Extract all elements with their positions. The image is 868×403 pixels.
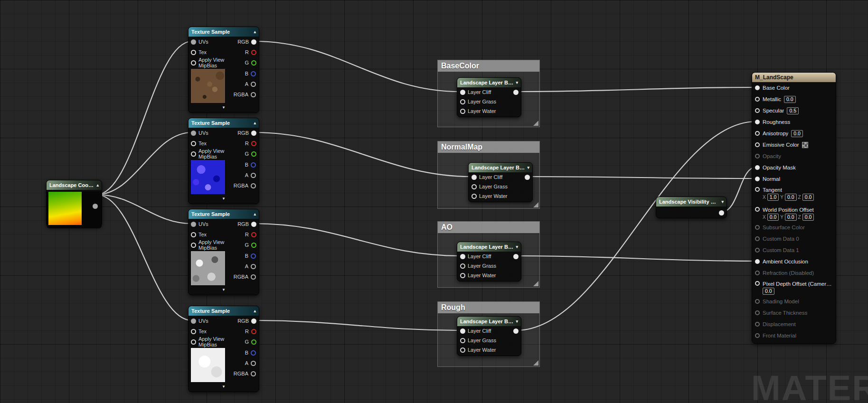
b-output-pin[interactable] — [251, 253, 256, 259]
dropdown-icon[interactable]: ▾ — [516, 81, 518, 85]
resize-handle[interactable] — [533, 360, 538, 366]
texture-preview[interactable] — [190, 159, 226, 195]
layer-water-input-pin[interactable] — [472, 194, 477, 199]
uvs-input-pin[interactable] — [191, 319, 196, 324]
normal-pin[interactable] — [755, 177, 760, 181]
opacity-pin[interactable] — [755, 154, 760, 159]
dropdown-icon[interactable]: ▾ — [527, 166, 529, 170]
landscape-visibility-mask-node[interactable]: Landscape Visibility Mask ▾ — [656, 197, 727, 218]
ambient-occlusion-pin[interactable] — [755, 259, 760, 264]
visibility-mask-header[interactable]: Landscape Visibility Mask ▾ — [656, 197, 726, 206]
tangent-y-input[interactable]: 0.0 — [785, 194, 797, 201]
visibility-mask-output-pin[interactable] — [719, 210, 724, 216]
texture-preview[interactable] — [190, 347, 226, 383]
blend-output-pin[interactable] — [513, 90, 519, 95]
rgba-output-pin[interactable] — [251, 92, 256, 97]
anisotropy-value-input[interactable]: 0.0 — [791, 130, 803, 137]
layer-blend-node-rough[interactable]: Landscape Layer Blend ▾ Layer Cliff Laye… — [457, 316, 521, 356]
g-output-pin[interactable] — [251, 243, 256, 248]
texture-sample-node-1[interactable]: Texture Sample ▴ UVs RGB Tex R Apply Vie… — [188, 27, 259, 113]
tex-input-pin[interactable] — [191, 141, 196, 146]
refraction-pin[interactable] — [755, 271, 760, 275]
layer-blend-node-basecolor[interactable]: Landscape Layer Blend ▾ Layer Cliff Laye… — [457, 77, 521, 117]
collapse-icon[interactable]: ▴ — [254, 212, 256, 216]
a-output-pin[interactable] — [251, 361, 256, 366]
wire-coords-to-ts3[interactable] — [96, 195, 192, 224]
wire-blend-to-basecolor[interactable] — [517, 87, 756, 92]
layer-grass-input-pin[interactable] — [472, 184, 477, 189]
mipbias-input-pin[interactable] — [191, 339, 196, 345]
rgb-output-pin[interactable] — [251, 319, 256, 324]
anisotropy-pin[interactable] — [755, 131, 760, 136]
wire-coords-to-ts1[interactable] — [96, 41, 192, 195]
texture-sample-header[interactable]: Texture Sample ▴ — [189, 209, 259, 219]
mipbias-input-pin[interactable] — [191, 151, 196, 157]
comment-normalmap-header[interactable]: NormalMap — [438, 141, 539, 153]
tangent-x-input[interactable]: 1.0 — [767, 194, 779, 201]
layer-grass-input-pin[interactable] — [460, 99, 465, 104]
metallic-pin[interactable] — [755, 97, 760, 102]
wire-blend-to-roughness[interactable] — [517, 122, 756, 330]
layer-cliff-input-pin[interactable] — [460, 90, 465, 95]
layer-water-input-pin[interactable] — [460, 273, 465, 278]
material-result-node[interactable]: M_LandScape Base Color Metallic 0.0 Spec… — [752, 72, 836, 344]
texture-sample-node-3[interactable]: Texture Sample ▴ UVs RGB Tex R Apply Vie… — [188, 209, 259, 295]
a-output-pin[interactable] — [251, 82, 256, 87]
layer-blend-node-ao[interactable]: Landscape Layer Blend ▾ Layer Cliff Laye… — [457, 242, 521, 281]
layer-blend-header[interactable]: Landscape Layer Blend ▾ — [457, 242, 521, 252]
tangent-z-input[interactable]: 0.0 — [802, 194, 814, 201]
blend-output-pin[interactable] — [513, 328, 519, 334]
pixel-depth-offset-value-input[interactable]: 0.0 — [763, 288, 774, 295]
blend-output-pin[interactable] — [513, 254, 519, 259]
blend-output-pin[interactable] — [525, 175, 530, 180]
coords-preview[interactable] — [48, 191, 82, 225]
r-output-pin[interactable] — [251, 141, 256, 146]
uvs-input-pin[interactable] — [191, 222, 196, 227]
displacement-pin[interactable] — [755, 322, 760, 327]
tex-input-pin[interactable] — [191, 329, 196, 334]
roughness-pin[interactable] — [755, 120, 760, 124]
collapse-icon[interactable]: ▴ — [96, 183, 99, 187]
layer-grass-input-pin[interactable] — [460, 263, 465, 269]
b-output-pin[interactable] — [251, 71, 256, 76]
collapse-icon[interactable]: ▴ — [254, 309, 256, 313]
comment-basecolor-header[interactable]: BaseColor — [438, 60, 539, 72]
collapse-icon[interactable]: ▴ — [254, 30, 256, 34]
collapse-icon[interactable]: ▴ — [254, 121, 256, 125]
comment-rough-header[interactable]: Rough — [438, 302, 539, 313]
rgb-output-pin[interactable] — [251, 39, 256, 45]
subsurface-color-pin[interactable] — [755, 225, 760, 230]
mipbias-input-pin[interactable] — [191, 243, 196, 248]
layer-water-input-pin[interactable] — [460, 347, 465, 353]
comment-ao-header[interactable]: AO — [438, 222, 539, 233]
opacity-mask-pin[interactable] — [755, 165, 760, 170]
surface-thickness-pin[interactable] — [755, 310, 760, 315]
coords-output-pin[interactable] — [93, 204, 98, 209]
layer-cliff-input-pin[interactable] — [460, 254, 465, 259]
texture-sample-header[interactable]: Texture Sample ▴ — [189, 306, 259, 316]
custom-data-0-pin[interactable] — [755, 236, 760, 241]
g-output-pin[interactable] — [251, 60, 256, 66]
resize-handle[interactable] — [533, 121, 538, 126]
a-output-pin[interactable] — [251, 173, 256, 178]
specular-value-input[interactable]: 0.5 — [787, 107, 799, 114]
landscape-coords-header[interactable]: Landscape Coords ▴ — [47, 180, 102, 190]
layer-blend-node-normalmap[interactable]: Landscape Layer Blend ▾ Layer Cliff Laye… — [468, 162, 533, 202]
mipbias-input-pin[interactable] — [191, 60, 196, 66]
wire-blend-to-normal[interactable] — [528, 177, 756, 178]
texture-sample-header[interactable]: Texture Sample ▴ — [189, 27, 259, 37]
layer-water-input-pin[interactable] — [460, 109, 465, 114]
custom-data-1-pin[interactable] — [755, 248, 760, 253]
rgba-output-pin[interactable] — [251, 183, 256, 188]
rgba-output-pin[interactable] — [251, 274, 256, 280]
r-output-pin[interactable] — [251, 50, 256, 55]
g-output-pin[interactable] — [251, 339, 256, 345]
front-material-pin[interactable] — [755, 333, 760, 338]
rgba-output-pin[interactable] — [251, 371, 256, 376]
g-output-pin[interactable] — [251, 151, 256, 157]
world-position-offset-pin[interactable] — [755, 207, 760, 212]
texture-sample-node-2[interactable]: Texture Sample ▴ UVs RGB Tex R Apply Vie… — [188, 118, 259, 204]
texture-preview[interactable] — [190, 68, 226, 103]
resize-handle[interactable] — [533, 202, 538, 207]
material-node-header[interactable]: M_LandScape — [752, 73, 836, 82]
